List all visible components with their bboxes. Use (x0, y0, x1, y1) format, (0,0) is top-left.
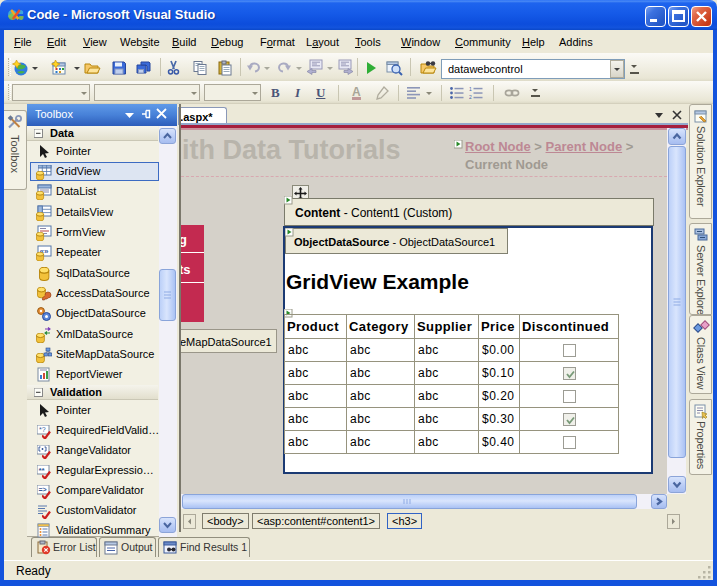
svg-text:1: 1 (469, 87, 472, 92)
svg-text:=>: => (39, 486, 47, 493)
svg-text:**: ** (39, 466, 46, 475)
svg-text:*?: *? (39, 426, 46, 433)
svg-text:2: 2 (469, 94, 472, 99)
